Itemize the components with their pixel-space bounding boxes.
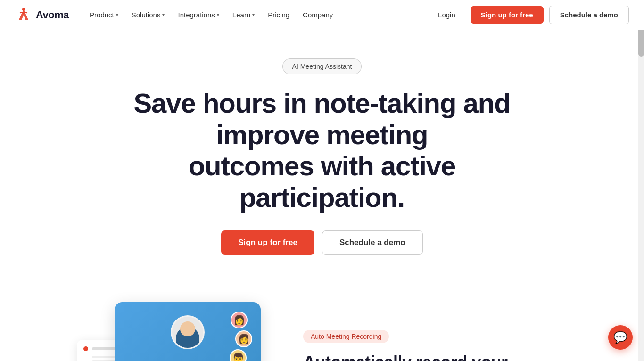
signup-button-hero[interactable]: Sign up for free bbox=[221, 230, 314, 255]
avatar-sm-2: 👩 bbox=[235, 330, 252, 347]
scrollbar[interactable] bbox=[638, 0, 644, 361]
chat-icon: 💬 bbox=[613, 331, 627, 344]
nav-integrations[interactable]: Integrations ▾ bbox=[172, 8, 224, 22]
chevron-down-icon: ▾ bbox=[217, 12, 219, 17]
feature-badge: Auto Meeting Recording bbox=[303, 330, 389, 343]
meeting-card-inner: 👩 👩 👦 ⏮ ▶ ⏭ bbox=[115, 302, 261, 361]
ai-badge: AI Meeting Assistant bbox=[282, 58, 362, 74]
nav-pricing[interactable]: Pricing bbox=[262, 8, 295, 22]
signup-button-nav[interactable]: Sign up for free bbox=[471, 6, 544, 24]
login-button[interactable]: Login bbox=[429, 7, 465, 23]
note-dot-pink bbox=[83, 346, 88, 351]
avatar-main bbox=[171, 315, 205, 349]
hero-buttons: Sign up for free Schedule a demo bbox=[9, 230, 635, 255]
feature-title: Automatically record your meetings acros… bbox=[303, 352, 567, 361]
chevron-down-icon: ▾ bbox=[116, 12, 118, 17]
feature-section: 👩 👩 👦 ⏮ ▶ ⏭ bbox=[39, 274, 605, 361]
nav-company[interactable]: Company bbox=[297, 8, 339, 22]
avatar-sm-1: 👩 bbox=[231, 312, 248, 328]
navbar-left: Avoma Product ▾ Solutions ▾ Integrations… bbox=[15, 7, 339, 24]
avatar-sm-3: 👦 bbox=[230, 349, 247, 361]
navbar: Avoma Product ▾ Solutions ▾ Integrations… bbox=[0, 0, 644, 30]
hero-section: AI Meeting Assistant Save hours in note-… bbox=[0, 30, 644, 274]
navbar-right: Login Sign up for free Schedule a demo bbox=[429, 6, 629, 24]
chevron-down-icon: ▾ bbox=[252, 12, 255, 17]
logo[interactable]: Avoma bbox=[15, 7, 69, 24]
logo-text: Avoma bbox=[36, 9, 69, 21]
nav-product[interactable]: Product ▾ bbox=[84, 8, 124, 22]
demo-button-hero[interactable]: Schedule a demo bbox=[322, 230, 423, 255]
chat-bubble[interactable]: 💬 bbox=[608, 325, 633, 350]
avoma-logo-icon bbox=[15, 7, 32, 24]
meeting-card: 👩 👩 👦 ⏮ ▶ ⏭ bbox=[115, 302, 261, 361]
hero-title: Save hours in note-taking and improve me… bbox=[110, 88, 534, 213]
nav-links: Product ▾ Solutions ▾ Integrations ▾ Lea… bbox=[84, 8, 339, 22]
nav-learn[interactable]: Learn ▾ bbox=[227, 8, 260, 22]
chevron-down-icon: ▾ bbox=[162, 12, 165, 17]
svg-point-1 bbox=[22, 8, 25, 11]
demo-button-nav[interactable]: Schedule a demo bbox=[549, 6, 629, 24]
feature-text: Auto Meeting Recording Automatically rec… bbox=[303, 330, 567, 361]
nav-solutions[interactable]: Solutions ▾ bbox=[126, 8, 171, 22]
avatar-head bbox=[180, 321, 195, 336]
feature-visual: 👩 👩 👦 ⏮ ▶ ⏭ bbox=[77, 302, 275, 361]
